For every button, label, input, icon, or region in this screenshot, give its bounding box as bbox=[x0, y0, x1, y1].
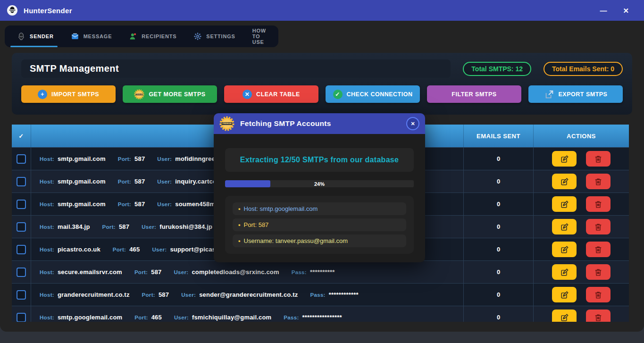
tab-label: SENDER bbox=[30, 33, 54, 39]
emails-sent-value: 0 bbox=[497, 155, 500, 162]
svg-text:PREMIUM: PREMIUM bbox=[223, 122, 232, 125]
port-field: Port:465 bbox=[134, 314, 162, 321]
check-connection-button[interactable]: ✓ CHECK CONNECTION bbox=[326, 85, 420, 103]
emails-sent-value: 0 bbox=[497, 178, 500, 185]
tabbar: SENDER MESSAGE RECIPIENTS SETTINGS HOW T… bbox=[5, 25, 278, 47]
clear-table-button[interactable]: ✕ CLEAR TABLE bbox=[224, 85, 318, 103]
delete-button[interactable] bbox=[586, 196, 611, 212]
delete-button[interactable] bbox=[586, 310, 611, 322]
tab-sender[interactable]: SENDER bbox=[8, 25, 62, 47]
badge-total-smtps: Total SMTPS: 12 bbox=[463, 62, 531, 76]
tab-how-to-use[interactable]: HOW TO USE bbox=[244, 25, 275, 47]
host-field: Host:picastro.co.uk bbox=[40, 246, 100, 253]
tab-recipients[interactable]: RECIPIENTS bbox=[120, 25, 185, 47]
person-icon bbox=[129, 32, 137, 41]
edit-button[interactable] bbox=[552, 287, 577, 302]
port-field: Port:465 bbox=[113, 246, 140, 253]
app-logo-spy-icon bbox=[7, 5, 18, 16]
delete-button[interactable] bbox=[586, 287, 611, 302]
button-label: GET MORE SMTPS bbox=[149, 91, 205, 98]
port-field: Port:587 bbox=[102, 223, 130, 230]
row-checkbox[interactable] bbox=[17, 177, 26, 186]
host-field: Host:smtp.gmail.com bbox=[40, 201, 106, 208]
emails-sent-value: 0 bbox=[497, 314, 500, 321]
filter-smtps-button[interactable]: FILTER SMTPS bbox=[427, 85, 521, 103]
emails-sent-value: 0 bbox=[497, 268, 500, 276]
import-smtps-button[interactable]: + IMPORT SMTPS bbox=[21, 85, 116, 103]
plus-circle-icon: + bbox=[38, 90, 47, 99]
close-button[interactable]: ✕ bbox=[623, 7, 629, 14]
export-smtps-button[interactable]: EXPORT SMTPS bbox=[528, 85, 623, 103]
delete-button[interactable] bbox=[586, 242, 611, 257]
status-text: Extracting 12/50 SMTPs from our database bbox=[240, 156, 399, 164]
tab-label: SETTINGS bbox=[206, 33, 235, 39]
user-field: User:completedloads@srxinc.com bbox=[174, 268, 279, 276]
detail-row: •Port: 587 bbox=[233, 218, 406, 231]
page-title: SMTP Management bbox=[30, 63, 119, 74]
modal-header: PREMIUM Fetching SMTP Accounts ✕ bbox=[214, 113, 425, 134]
spy-icon bbox=[17, 32, 25, 41]
port-field: Port:587 bbox=[118, 201, 145, 208]
delete-button[interactable] bbox=[586, 264, 611, 280]
row-checkbox[interactable] bbox=[17, 245, 26, 254]
delete-button[interactable] bbox=[586, 219, 611, 234]
x-circle-icon: ✕ bbox=[243, 90, 252, 99]
edit-button[interactable] bbox=[552, 264, 577, 280]
row-checkbox[interactable] bbox=[17, 154, 26, 164]
emails-sent-value: 0 bbox=[497, 201, 500, 208]
tab-settings[interactable]: SETTINGS bbox=[185, 25, 243, 47]
get-more-smtps-button[interactable]: PREMIUM GET MORE SMTPS bbox=[123, 85, 217, 103]
row-checkbox[interactable] bbox=[17, 222, 26, 232]
stat-badges: Total SMTPS: 12 Total Emails Sent: 0 bbox=[463, 62, 623, 76]
modal-close-icon[interactable]: ✕ bbox=[406, 117, 419, 130]
titlebar: HunterSender — ✕ bbox=[0, 0, 644, 21]
app-title: HunterSender bbox=[24, 7, 72, 15]
button-label: EXPORT SMTPS bbox=[559, 91, 608, 98]
port-field: Port:587 bbox=[118, 178, 145, 185]
check-circle-icon: ✓ bbox=[333, 90, 343, 99]
premium-badge-icon: PREMIUM bbox=[219, 116, 234, 131]
progress-label: 24% bbox=[225, 180, 414, 187]
tab-message[interactable]: MESSAGE bbox=[62, 25, 121, 47]
host-field: Host:mail.384.jp bbox=[40, 223, 90, 230]
minimize-button[interactable]: — bbox=[600, 7, 607, 14]
tab-label: RECIPIENTS bbox=[142, 33, 176, 39]
emails-sent-value: 0 bbox=[497, 246, 500, 253]
panel-title-strip: SMTP Management bbox=[21, 59, 451, 78]
svg-text:PREMIUM: PREMIUM bbox=[136, 93, 143, 95]
select-all-check-icon[interactable]: ✓ bbox=[12, 125, 31, 147]
table-row: Host:secure.emailsrvr.com Port:587 User:… bbox=[12, 260, 629, 283]
detail-row: •Username: tanveer.passu@gmail.com bbox=[233, 234, 406, 247]
host-field: Host:smtp.gmail.com bbox=[40, 178, 106, 185]
edit-button[interactable] bbox=[552, 174, 577, 189]
header-actions: ACTIONS bbox=[533, 125, 629, 147]
modal-title: Fetching SMTP Accounts bbox=[240, 119, 331, 128]
progress-bar: 24% bbox=[225, 180, 414, 187]
toolbar: + IMPORT SMTPS PREMIUM GET MORE SMTPS ✕ … bbox=[21, 85, 623, 103]
host-field: Host:secure.emailsrvr.com bbox=[40, 268, 122, 276]
button-label: CLEAR TABLE bbox=[256, 91, 300, 98]
emails-sent-value: 0 bbox=[497, 223, 500, 230]
user-field: User:fsmichiquillay@gmail.com bbox=[174, 314, 271, 321]
edit-button[interactable] bbox=[552, 196, 577, 212]
edit-button[interactable] bbox=[552, 219, 577, 234]
user-field: User:furukoshi@384.jp bbox=[142, 223, 212, 230]
port-field: Port:587 bbox=[118, 155, 145, 162]
row-checkbox[interactable] bbox=[17, 268, 26, 277]
row-checkbox[interactable] bbox=[17, 200, 26, 209]
delete-button[interactable] bbox=[586, 151, 611, 167]
smtp-management-panel: SMTP Management Total SMTPS: 12 Total Em… bbox=[12, 53, 632, 115]
row-checkbox[interactable] bbox=[17, 313, 26, 322]
host-field: Host:smtp.gmail.com bbox=[40, 155, 106, 162]
row-checkbox[interactable] bbox=[17, 290, 26, 300]
button-label: CHECK CONNECTION bbox=[347, 91, 413, 98]
table-row: Host:smtp.googlemail.com Port:465 User:f… bbox=[12, 306, 629, 322]
edit-button[interactable] bbox=[552, 151, 577, 167]
edit-button[interactable] bbox=[552, 310, 577, 322]
edit-button[interactable] bbox=[552, 242, 577, 257]
window-controls: — ✕ bbox=[600, 7, 637, 14]
emails-sent-value: 0 bbox=[497, 291, 500, 298]
button-label: FILTER SMTPS bbox=[452, 91, 496, 98]
badge-total-emails-sent: Total Emails Sent: 0 bbox=[544, 62, 623, 76]
delete-button[interactable] bbox=[586, 174, 611, 189]
